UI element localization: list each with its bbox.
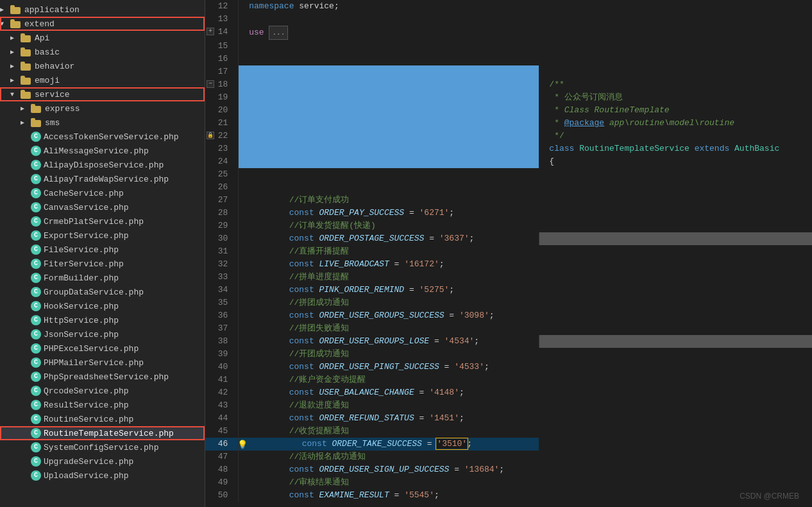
sidebar-item-express[interactable]: ▶express: [0, 101, 205, 116]
sidebar-item-PHPExcelService.php[interactable]: CPHPExcelService.php: [0, 341, 205, 356]
sidebar-item-behavior[interactable]: ▶behavior: [0, 59, 205, 73]
lightbulb-icon[interactable]: 💡: [237, 440, 248, 450]
code-line[interactable]: 35 //拼团成功通知: [205, 296, 812, 309]
code-line[interactable]: 21 * @package app\routine\model\routine: [205, 117, 812, 130]
code-line[interactable]: 26: [205, 181, 812, 194]
sidebar-item-RoutineService.php[interactable]: CRoutineService.php: [0, 412, 205, 426]
code-token: service: [299, 1, 334, 11]
code-line[interactable]: 34 const PINK_ORDER_REMIND = '5275';: [205, 284, 812, 296]
sidebar-item-basic[interactable]: ▶basic: [0, 45, 205, 59]
sidebar-item-AccessTokenServeService.php[interactable]: CAccessTokenServeService.php: [0, 130, 205, 144]
sidebar-item-ExportService.php[interactable]: CExportService.php: [0, 228, 205, 243]
code-line[interactable]: 16: [205, 53, 812, 65]
sidebar-item-application[interactable]: ▶application: [0, 3, 205, 17]
code-line[interactable]: 43 //退款进度通知: [205, 399, 812, 412]
sidebar-item-emoji[interactable]: ▶emoji: [0, 73, 205, 87]
sidebar-item-PhpSpreadsheetService.php[interactable]: CPhpSpreadsheetService.php: [0, 370, 205, 384]
line-number: 18−: [205, 78, 239, 91]
item-label: sms: [45, 118, 60, 128]
code-line[interactable]: 46💡 const ORDER_TAKE_SUCCESS = '3510';: [205, 438, 812, 451]
code-line[interactable]: 36 const ORDER_USER_GROUPS_SUCCESS = '30…: [205, 309, 812, 322]
code-line[interactable]: 31 //直播开播提醒: [205, 245, 812, 258]
folder-arrow-icon: ▶: [10, 34, 21, 42]
code-line[interactable]: 22🔒 */: [205, 130, 812, 142]
sidebar-item-UpgradeService.php[interactable]: CUpgradeService.php: [0, 454, 205, 468]
line-content: /**: [539, 78, 812, 91]
sidebar-item-SystemConfigService.php[interactable]: CSystemConfigService.php: [0, 440, 205, 454]
code-token: ;: [489, 311, 495, 320]
line-content: [239, 53, 539, 65]
sidebar-item-ResultService.php[interactable]: CResultService.php: [0, 398, 205, 412]
sidebar-item-GroupDataService.php[interactable]: CGroupDataService.php: [0, 285, 205, 299]
sidebar-item-CrmebPlatService.php[interactable]: CCrmebPlatService.php: [0, 214, 205, 228]
code-line[interactable]: 14+use ...: [205, 26, 812, 40]
sidebar-item-Api[interactable]: ▶Api: [0, 31, 205, 45]
line-content: const ORDER_PAY_SUCCESS = '6271';: [239, 207, 539, 219]
sidebar-item-QrcodeService.php[interactable]: CQrcodeService.php: [0, 384, 205, 398]
sidebar-item-FileService.php[interactable]: CFileService.php: [0, 243, 205, 257]
code-line[interactable]: 25: [205, 168, 812, 181]
sidebar-item-extend[interactable]: ▼extend: [0, 17, 205, 31]
code-line[interactable]: 48 const ORDER_USER_SIGN_UP_SUCCESS = '1…: [205, 463, 812, 476]
code-line[interactable]: 12namespace service;: [205, 0, 812, 13]
sidebar-item-FormBuilder.php[interactable]: CFormBuilder.php: [0, 271, 205, 285]
sidebar-item-CanvasService.php[interactable]: CCanvasService.php: [0, 200, 205, 214]
line-number: 12: [205, 0, 239, 13]
file-tree[interactable]: ▶application▼extend▶Api▶basic▶behavior▶e…: [0, 0, 205, 507]
code-token: '3637': [439, 234, 469, 243]
code-line[interactable]: 20 * Class RoutineTemplate: [205, 104, 812, 117]
sidebar-item-service[interactable]: ▼service: [0, 87, 205, 101]
code-line[interactable]: 40 const ORDER_USER_PINGT_SUCCESS = '453…: [205, 361, 812, 374]
code-line[interactable]: 37 //拼团失败通知: [205, 322, 812, 335]
code-line[interactable]: 47 //活动报名成功通知: [205, 451, 812, 463]
code-line[interactable]: 24{: [205, 155, 812, 168]
sidebar-item-PHPMailerService.php[interactable]: CPHPMailerService.php: [0, 356, 205, 370]
code-line[interactable]: 23class RoutineTemplateService extends A…: [205, 142, 812, 155]
fold-button[interactable]: +: [207, 28, 214, 35]
code-line[interactable]: 39 //开团成功通知: [205, 348, 812, 361]
code-line[interactable]: 50 const EXAMINE_RESULT = '5545';: [205, 489, 812, 502]
folder-arrow-icon: ▼: [0, 21, 10, 28]
code-line[interactable]: 28 const ORDER_PAY_SUCCESS = '6271';: [205, 207, 812, 219]
code-line[interactable]: 27 //订单支付成功: [205, 194, 812, 207]
sidebar-item-HttpService.php[interactable]: CHttpService.php: [0, 313, 205, 327]
sidebar-item-sms[interactable]: ▶sms: [0, 116, 205, 130]
code-line[interactable]: 44 const ORDER_REFUND_STATUS = '1451';: [205, 412, 812, 425]
code-line[interactable]: 33 //拼单进度提醒: [205, 271, 812, 284]
item-label: CanvasService.php: [44, 203, 129, 212]
code-line[interactable]: 42 const USER_BALANCE_CHANGE = '4148';: [205, 386, 812, 399]
code-line[interactable]: 29 //订单发货提醒(快递): [205, 219, 812, 232]
line-number: 15: [205, 40, 239, 53]
sidebar-item-UploadService.php[interactable]: CUploadService.php: [0, 468, 205, 483]
code-line[interactable]: 15: [205, 40, 812, 53]
code-token: @package: [564, 118, 604, 128]
scope-bar: [239, 104, 539, 117]
code-editor[interactable]: 12namespace service;1314+use ...15161718…: [205, 0, 812, 507]
sidebar-item-JsonService.php[interactable]: CJsonService.php: [0, 327, 205, 341]
sidebar-item-AlipayDisposeService.php[interactable]: CAlipayDisposeService.php: [0, 158, 205, 172]
sidebar-item-AlipayTradeWapService.php[interactable]: CAlipayTradeWapService.php: [0, 172, 205, 186]
scope-bar: [239, 91, 539, 104]
code-line[interactable]: 13: [205, 13, 812, 26]
fold-open-button[interactable]: −: [207, 80, 214, 88]
sidebar-item-AliMessageService.php[interactable]: CAliMessageService.php: [0, 144, 205, 158]
code-line[interactable]: 45 //收货提醒通知: [205, 425, 812, 438]
folder-icon: [31, 118, 42, 127]
code-line[interactable]: 19 * 公众号订阅消息: [205, 91, 812, 104]
sidebar-item-FiterService.php[interactable]: CFiterService.php: [0, 257, 205, 271]
sidebar-item-CacheService.php[interactable]: CCacheService.php: [0, 186, 205, 200]
code-line[interactable]: 30 const ORDER_POSTAGE_SUCCESS = '3637';: [205, 232, 812, 245]
code-token: [264, 28, 269, 37]
code-line[interactable]: 49 //审核结果通知: [205, 476, 812, 489]
code-line[interactable]: 18−/**: [205, 78, 812, 91]
code-line[interactable]: 38 const ORDER_USER_GROUPS_LOSE = '4534'…: [205, 335, 812, 348]
code-line[interactable]: 17: [205, 65, 812, 78]
code-line[interactable]: 32 const LIVE_BROADCAST = '16172';: [205, 258, 812, 271]
item-label: emoji: [35, 76, 60, 85]
sidebar-item-HookService.php[interactable]: CHookService.php: [0, 299, 205, 313]
code-line[interactable]: 41 //账户资金变动提醒: [205, 374, 812, 386]
item-label: FormBuilder.php: [44, 273, 119, 283]
code-token: 公众号订阅消息: [564, 92, 623, 102]
code-token: [249, 285, 289, 295]
sidebar-item-RoutineTemplateService.php[interactable]: CRoutineTemplateService.php: [0, 426, 205, 440]
